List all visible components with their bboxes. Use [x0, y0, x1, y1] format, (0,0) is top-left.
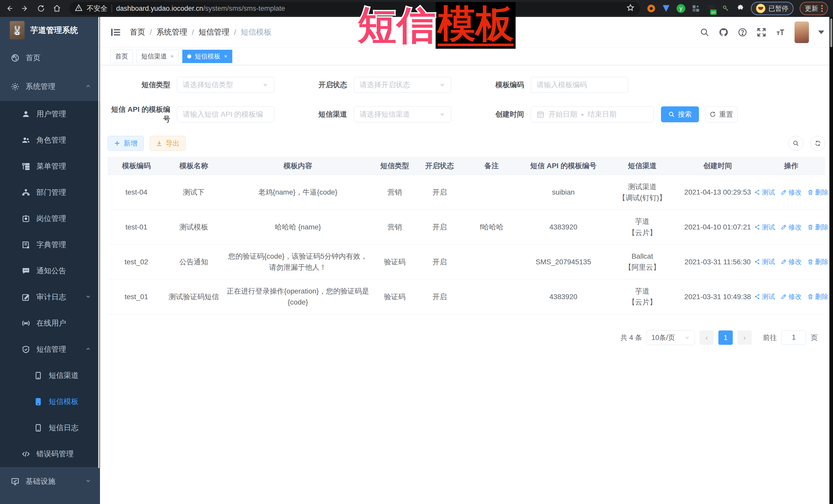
delete-link[interactable]: 删除 — [807, 187, 828, 197]
goto-page-input[interactable]: 1 — [782, 331, 806, 345]
forward-icon[interactable] — [21, 4, 29, 13]
sidebar-item-departments[interactable]: 部门管理 — [0, 179, 100, 206]
back-icon[interactable] — [5, 4, 13, 13]
update-button[interactable]: 更新 — [800, 2, 828, 15]
menu-dots-icon[interactable] — [821, 5, 823, 12]
trash-icon — [807, 224, 813, 230]
breadcrumb-home[interactable]: 首页 — [130, 27, 145, 38]
font-size-icon[interactable] — [776, 27, 785, 37]
sidebar-item-home[interactable]: 首页 — [0, 44, 100, 72]
edit-link[interactable]: 修改 — [781, 187, 802, 197]
search-icon[interactable] — [700, 27, 709, 37]
sidebar-item-sms[interactable]: 短信管理 — [0, 336, 100, 362]
close-icon[interactable]: × — [224, 53, 228, 60]
tab-sms-template[interactable]: 短信模板× — [182, 50, 232, 63]
extensions-puzzle-icon[interactable] — [736, 4, 745, 13]
sidebar-item-system[interactable]: 系统管理 — [0, 72, 100, 101]
toggle-search-button[interactable] — [788, 136, 803, 151]
screen: 不安全 dashboard.yudao.iocoder.cn/system/sm… — [0, 0, 833, 504]
header-remark: 备注 — [463, 157, 520, 175]
tab-sms-channel[interactable]: 短信渠道× — [136, 50, 179, 63]
sidebar-item-users[interactable]: 用户管理 — [0, 101, 100, 127]
sidebar-item-dictionary[interactable]: 字典管理 — [0, 232, 100, 258]
sidebar-item-infrastructure[interactable]: 基础设施 — [0, 467, 100, 496]
phone-icon — [34, 398, 43, 406]
delete-link[interactable]: 删除 — [807, 257, 828, 267]
export-button[interactable]: 导出 — [150, 136, 186, 151]
test-link[interactable]: 测试 — [754, 257, 775, 267]
user-avatar[interactable] — [794, 22, 809, 43]
edit-link[interactable]: 修改 — [781, 222, 802, 232]
breadcrumb-system[interactable]: 系统管理 — [157, 27, 187, 38]
sidebar-item-online-users[interactable]: 在线用户 — [0, 310, 100, 336]
extension-grid-icon[interactable] — [691, 4, 700, 13]
collapse-sidebar-icon[interactable] — [110, 27, 121, 38]
trash-icon — [807, 189, 813, 195]
header-sms-type: 短信类型 — [373, 157, 416, 175]
edit-square-icon — [22, 293, 30, 302]
delete-link[interactable]: 删除 — [807, 291, 828, 302]
sidebar-item-audit-log[interactable]: 审计日志 — [0, 284, 100, 310]
test-link[interactable]: 测试 — [754, 187, 775, 197]
reset-button[interactable]: 重置 — [705, 106, 737, 122]
channel-label: 短信渠道 — [285, 110, 354, 119]
test-link[interactable]: 测试 — [754, 291, 775, 302]
page-size-select[interactable]: 10条/页 — [647, 330, 695, 345]
sidebar-item-posts[interactable]: 岗位管理 — [0, 206, 100, 232]
api-template-input[interactable]: 请输入短信 API 的模板编 — [177, 106, 274, 122]
refresh-table-button[interactable] — [810, 136, 825, 151]
extension-list-on-icon[interactable]: on — [706, 4, 715, 13]
date-end[interactable]: 结束日期 — [588, 110, 616, 119]
reload-icon[interactable] — [37, 4, 45, 13]
sidebar-scrollbar[interactable] — [98, 17, 99, 468]
page-1-button[interactable]: 1 — [718, 331, 733, 345]
table-row: test_02 公告通知 您的验证码{code}，该验证码5分钟内有效，请勿泄漏… — [108, 245, 825, 280]
prev-page-button[interactable]: ‹ — [699, 331, 714, 345]
page-scrollbar[interactable] — [829, 17, 833, 504]
sidebar-item-roles[interactable]: 角色管理 — [0, 127, 100, 153]
sidebar-item-sms-template[interactable]: 短信模板 — [0, 389, 100, 415]
fullscreen-icon[interactable] — [757, 27, 766, 37]
help-icon[interactable] — [738, 27, 747, 37]
search-button[interactable]: 搜索 — [661, 106, 699, 122]
sidebar-item-sms-log[interactable]: 短信日志 — [0, 415, 100, 441]
breadcrumb-sms[interactable]: 短信管理 — [199, 27, 230, 38]
date-range-picker[interactable]: 开始日期 - 结束日期 — [531, 106, 654, 122]
delete-link[interactable]: 删除 — [807, 222, 828, 232]
pagination: 共 4 条 10条/页 ‹ 1 › 前往 1 页 — [108, 330, 825, 345]
scrollbar-thumb[interactable] — [830, 19, 832, 47]
home-icon[interactable] — [53, 4, 61, 13]
sms-type-select[interactable]: 请选择短信类型 — [177, 77, 274, 93]
bookmark-star-icon[interactable] — [626, 4, 635, 14]
sidebar-item-label: 短信日志 — [49, 423, 78, 433]
date-start[interactable]: 开始日期 — [548, 110, 577, 119]
close-icon[interactable]: × — [170, 53, 174, 60]
profile-paused-pill[interactable]: 已暂停 — [751, 2, 793, 15]
status-select[interactable]: 请选择开启状态 — [354, 77, 451, 93]
template-code-input[interactable]: 请输入模板编码 — [531, 77, 628, 93]
sidebar-item-sms-channel[interactable]: 短信渠道 — [0, 362, 100, 389]
add-button[interactable]: 新增 — [108, 136, 144, 151]
extension-green-icon[interactable]: y — [676, 4, 685, 13]
user-menu-caret-icon[interactable] — [818, 30, 824, 34]
extension-key-icon[interactable] — [721, 4, 730, 13]
sidebar-item-label: 岗位管理 — [37, 214, 66, 224]
test-link[interactable]: 测试 — [754, 222, 775, 232]
next-page-button[interactable]: › — [737, 331, 752, 345]
channel-select[interactable]: 请选择短信渠道 — [354, 106, 451, 122]
page-content: 短信类型 请选择短信类型 开启状态 请选择开启状态 — [100, 65, 833, 504]
github-icon[interactable] — [719, 27, 729, 37]
extension-orange-icon[interactable] — [647, 4, 656, 13]
refresh-icon — [814, 140, 821, 147]
logo[interactable]: 🐰 芋道管理系统 — [0, 17, 100, 44]
edit-link[interactable]: 修改 — [781, 291, 802, 302]
edit-link[interactable]: 修改 — [781, 257, 802, 267]
address-bar[interactable]: 不安全 dashboard.yudao.iocoder.cn/system/sm… — [69, 2, 640, 15]
sidebar-item-error-codes[interactable]: 错误码管理 — [0, 441, 100, 467]
sidebar-item-label: 短信管理 — [37, 344, 66, 355]
sidebar-item-menus[interactable]: 菜单管理 — [0, 153, 100, 179]
tab-home[interactable]: 首页 — [110, 50, 133, 63]
sidebar-item-label: 在线用户 — [37, 318, 66, 329]
sidebar-item-notices[interactable]: 通知公告 — [0, 258, 100, 284]
extension-gem-icon[interactable] — [662, 4, 670, 13]
